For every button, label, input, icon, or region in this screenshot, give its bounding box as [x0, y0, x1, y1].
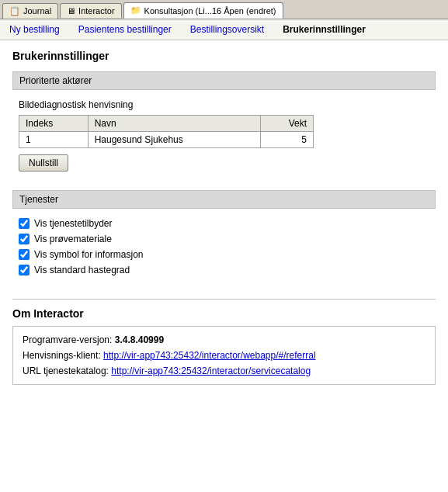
- checkbox-vis-hastegrad-input[interactable]: [19, 265, 30, 275]
- om-url-label: URL tjenestekatalog:: [23, 366, 109, 376]
- tab-konsultasjon-label: Konsultasjon (Li...16 Åpen (endret): [144, 6, 276, 16]
- cell-vekt: 5: [260, 132, 313, 148]
- tab-konsultasjon[interactable]: 📁 Konsultasjon (Li...16 Åpen (endret): [123, 2, 283, 19]
- col-navn: Navn: [88, 116, 260, 132]
- sub-nav: Ny bestilling Pasientens bestillinger Be…: [0, 19, 448, 40]
- checkbox-vis-symbol: Vis symbol for informasjon: [19, 249, 429, 260]
- tab-journal[interactable]: 📋 Journal: [2, 3, 58, 19]
- om-section: Om Interactor Programvare-versjon: 3.4.8…: [12, 299, 436, 385]
- om-section-body: Programvare-versjon: 3.4.8.40999 Henvisn…: [12, 326, 436, 385]
- cell-navn: Haugesund Sjukehus: [88, 132, 260, 148]
- checkbox-vis-symbol-label[interactable]: Vis symbol for informasjon: [34, 249, 144, 260]
- om-version-row: Programvare-versjon: 3.4.8.40999: [23, 334, 425, 345]
- om-url-row: URL tjenestekatalog: http://vir-app743:2…: [23, 366, 425, 376]
- tjenester-section: Tjenester Vis tjenestetilbyder Vis prøve…: [12, 190, 436, 286]
- checkbox-vis-symbol-input[interactable]: [19, 249, 30, 260]
- col-vekt: Vekt: [260, 116, 313, 132]
- checkbox-vis-provemateriale-label[interactable]: Vis prøvemateriale: [34, 234, 112, 244]
- col-indeks: Indeks: [19, 116, 89, 132]
- main-content: Brukerinnstillinger Prioriterte aktører …: [0, 40, 448, 492]
- tjenester-section-body: Vis tjenestetilbyder Vis prøvemateriale …: [12, 215, 436, 286]
- checkbox-vis-provemateriale-input[interactable]: [19, 234, 30, 244]
- om-version-value: 3.4.8.40999: [115, 334, 164, 345]
- prioriterte-section-body: Bildediagnostisk henvisning Indeks Navn …: [12, 96, 436, 178]
- om-section-title: Om Interactor: [12, 299, 436, 320]
- nullstill-button[interactable]: Nullstill: [19, 154, 68, 172]
- om-version-label: Programvare-versjon:: [23, 334, 112, 345]
- checkbox-vis-provemateriale: Vis prøvemateriale: [19, 234, 429, 244]
- subsection-label: Bildediagnostisk henvisning: [19, 99, 429, 110]
- tab-interactor[interactable]: 🖥 Interactor: [60, 3, 121, 18]
- konsultasjon-icon: 📁: [130, 5, 141, 16]
- om-henvisning-link[interactable]: http://vir-app743:25432/interactor/webap…: [103, 350, 316, 361]
- cell-indeks: 1: [19, 132, 89, 148]
- journal-icon: 📋: [9, 6, 20, 16]
- tab-interactor-label: Interactor: [78, 6, 114, 16]
- tab-journal-label: Journal: [23, 6, 51, 16]
- om-henvisning-row: Henvisnings-klient: http://vir-app743:25…: [23, 350, 425, 361]
- subnav-brukerinnstillinger[interactable]: Brukerinnstillinger: [280, 23, 369, 36]
- om-henvisning-label: Henvisnings-klient:: [23, 350, 101, 361]
- subnav-ny-bestilling[interactable]: Ny bestilling: [6, 23, 63, 36]
- subnav-pasientens-bestillinger[interactable]: Pasientens bestillinger: [75, 23, 175, 36]
- checkbox-vis-tjenestetilbyder-label[interactable]: Vis tjenestetilbyder: [34, 218, 113, 229]
- interactor-icon: 🖥: [67, 6, 75, 16]
- checkbox-vis-tjenestetilbyder-input[interactable]: [19, 218, 30, 229]
- table-row: 1 Haugesund Sjukehus 5: [19, 132, 314, 148]
- aktorer-table: Indeks Navn Vekt 1 Haugesund Sjukehus 5: [19, 115, 314, 148]
- checkbox-vis-tjenestetilbyder: Vis tjenestetilbyder: [19, 218, 429, 229]
- tab-bar: 📋 Journal 🖥 Interactor 📁 Konsultasjon (L…: [0, 0, 448, 19]
- tjenester-section-header: Tjenester: [12, 190, 436, 209]
- om-url-link[interactable]: http://vir-app743:25432/interactor/servi…: [111, 366, 311, 376]
- prioriterte-section: Prioriterte aktører Bildediagnostisk hen…: [12, 71, 436, 178]
- checkbox-vis-hastegrad: Vis standard hastegrad: [19, 265, 429, 275]
- page-title: Brukerinnstillinger: [12, 50, 436, 62]
- checkbox-vis-hastegrad-label[interactable]: Vis standard hastegrad: [34, 265, 130, 275]
- subnav-bestillingsoversikt[interactable]: Bestillingsoversikt: [187, 23, 267, 36]
- prioriterte-section-header: Prioriterte aktører: [12, 71, 436, 90]
